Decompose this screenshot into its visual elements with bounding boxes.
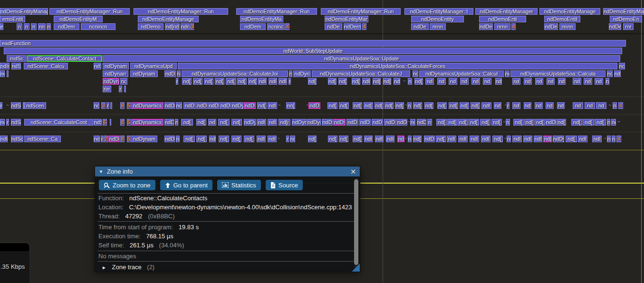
zone-bar[interactable]: ndD <box>164 70 176 77</box>
zone-bar[interactable]: ~ <box>403 78 405 85</box>
zone-bar[interactable] <box>7 70 9 77</box>
zone-bar[interactable]: ndDe <box>411 23 429 30</box>
zone-bar[interactable]: nd[ <box>414 78 423 85</box>
zone-bar[interactable] <box>124 86 126 92</box>
zone-bar[interactable]: r <box>176 78 178 85</box>
zone-bar[interactable]: ndDemoEntityMa <box>240 16 283 22</box>
zone-bar[interactable]: ndl <box>257 136 266 142</box>
zone-bar[interactable]: ndl <box>592 136 602 142</box>
zone-bar[interactable]: ncninc <box>267 23 285 30</box>
zone-bar[interactable]: nd <box>471 78 480 85</box>
zone-bar[interactable]: ndDynamicsUpdateSoa::Calcula <box>510 70 606 77</box>
zone-bar[interactable]: n <box>606 78 609 85</box>
zone-bar[interactable]: ndl <box>362 78 370 85</box>
zone-bar[interactable]: ndDernr <box>344 23 361 30</box>
zone-bar[interactable]: ndDemoEntityMana <box>603 8 644 15</box>
zone-bar[interactable]: ndDemoEnti <box>479 16 526 22</box>
zone-bar[interactable]: ndD <box>384 119 396 126</box>
zone-bar[interactable]: ndDemoEntityManager::Run <box>236 8 317 15</box>
zone-bar[interactable]: ndl <box>269 78 277 85</box>
zone-bar[interactable]: ndScene::CalculateCont <box>24 119 93 126</box>
zone-bar[interactable]: ndD <box>372 119 383 126</box>
zone-bar[interactable]: ndl <box>364 136 373 142</box>
zone-bar[interactable]: nd <box>557 102 565 109</box>
zone-bar[interactable]: nd[ <box>373 78 381 85</box>
zone-bar[interactable]: nc <box>611 119 616 126</box>
zone-bar[interactable]: nd[ <box>566 136 577 142</box>
zone-bar[interactable]: 4 <box>285 23 289 30</box>
zone-bar[interactable]: 4 <box>511 23 516 30</box>
zone-bar[interactable]: nd[ <box>219 136 229 142</box>
zone-bar[interactable]: ndl <box>268 102 277 109</box>
zone-bar[interactable]: ndDemoEntit <box>544 16 580 22</box>
zone-bar[interactable]: 5 <box>127 136 131 142</box>
zone-bar[interactable]: 5 <box>127 119 131 126</box>
zone-bar[interactable]: nd <box>558 78 566 85</box>
zone-bar[interactable]: nd[ <box>308 136 317 142</box>
zone-bar[interactable]: nd[ <box>595 119 606 126</box>
zone-bar[interactable]: n <box>289 70 292 77</box>
zone-bar[interactable] <box>110 119 111 126</box>
zone-bar[interactable]: 5 <box>103 119 107 126</box>
zone-bar[interactable]: rndSc <box>7 55 27 62</box>
zone-bar[interactable]: ndDynamicsUpdateSoa::CalculateJ <box>312 70 410 77</box>
zone-bar[interactable]: ndl <box>257 119 266 126</box>
zone-trace-row[interactable]: ► Zone trace (2) <box>102 263 353 272</box>
zone-bar[interactable]: ndD <box>417 119 426 126</box>
zone-bar[interactable]: nd[ <box>182 78 192 85</box>
zone-bar[interactable]: nd[ <box>480 119 490 126</box>
zone-bar[interactable]: nd[ <box>327 102 337 109</box>
zone-bar[interactable]: nnnn <box>559 23 576 30</box>
zone-bar[interactable]: ~ <box>608 102 612 109</box>
zone-bar[interactable]: rirr <box>103 86 111 92</box>
zone-bar[interactable]: ndDemoEn <box>610 16 642 22</box>
zone-bar[interactable]: ndDy <box>231 102 243 109</box>
collapse-triangle-icon[interactable]: ▼ <box>99 169 103 174</box>
zone-bar[interactable]: ndD <box>183 102 196 109</box>
zone-bar[interactable]: nd[ <box>535 119 545 126</box>
zone-bar[interactable]: ndDemoEntityManage <box>138 16 199 22</box>
zone-bar[interactable]: nd <box>596 102 606 109</box>
zone-bar[interactable]: ndS <box>94 119 102 126</box>
zone-bar[interactable]: ndl <box>0 136 8 142</box>
zone-bar[interactable]: nd <box>460 78 469 85</box>
zone-bar[interactable]: ndDy <box>244 119 256 126</box>
zone-bar[interactable]: nd[ <box>469 119 479 126</box>
zone-bar[interactable]: ~ <box>503 119 505 126</box>
zone-bar[interactable]: ndS <box>11 63 21 69</box>
zone-bar[interactable]: nd <box>495 78 502 85</box>
zone-bar[interactable]: nd <box>437 78 446 85</box>
zone-bar[interactable]: nd[ <box>413 102 422 109</box>
zone-bar[interactable]: n <box>24 23 29 30</box>
zone-bar[interactable]: ndDe <box>609 23 621 30</box>
zone-bar[interactable]: nd[ <box>413 136 422 142</box>
zone-bar[interactable]: nd[ <box>447 119 457 126</box>
zone-bar[interactable]: nd[ <box>458 119 468 126</box>
zone-bar[interactable]: n <box>17 23 22 30</box>
zone-bar[interactable]: nd <box>573 78 581 85</box>
zone-bar[interactable]: ndD <box>108 136 120 142</box>
zone-bar[interactable]: ndS <box>94 63 101 69</box>
zone-bar[interactable]: ndl <box>512 136 522 142</box>
zone-bar[interactable]: n <box>177 70 181 77</box>
zone-bar-selected[interactable]: ndScene::CalculateContact <box>27 55 102 62</box>
close-icon[interactable]: ✕ <box>350 168 356 175</box>
zone-bar[interactable]: ndIr <box>0 63 10 69</box>
zone-bar[interactable]: ~ <box>278 102 280 109</box>
zone-bar[interactable]: ndDy <box>333 119 346 126</box>
zone-bar[interactable]: ndDynarr <box>103 70 128 77</box>
zone-bar[interactable]: nd <box>425 78 434 85</box>
zone-bar[interactable]: ndnc <box>181 23 190 30</box>
zone-bar[interactable]: ndDe <box>325 23 342 30</box>
zone-bar[interactable]: nc <box>176 102 182 109</box>
zone-bar[interactable]: 8 <box>120 102 125 109</box>
zone-bar[interactable]: nd[ <box>583 119 594 126</box>
zone-bar[interactable]: 3 <box>190 23 194 30</box>
zone-bar[interactable]: nd[ <box>231 119 242 126</box>
zone-bar[interactable]: nd <box>512 78 520 85</box>
zone-bar[interactable]: ndS <box>11 102 21 109</box>
zone-bar[interactable]: n <box>408 78 412 85</box>
zone-bar[interactable]: ndDyn <box>103 78 119 85</box>
zone-bar[interactable]: nd[ <box>339 136 348 142</box>
zone-bar[interactable]: ndl <box>578 136 587 142</box>
